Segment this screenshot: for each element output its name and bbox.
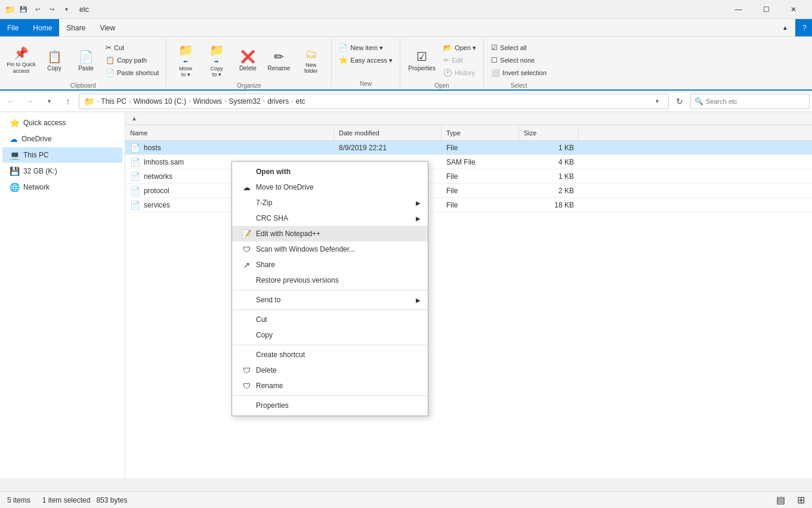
context-menu-item[interactable]: Open with: [232, 164, 428, 179]
move-to-btn[interactable]: 📁 ⬅ Moveto ▾: [171, 42, 200, 79]
cut-btn[interactable]: ✂ Cut: [103, 42, 161, 54]
easy-access-btn[interactable]: ⭐ Easy access ▾: [336, 54, 395, 66]
network-label: Network: [23, 183, 50, 191]
context-menu-item[interactable]: 7-Zip▶: [232, 195, 428, 210]
sidebar-item-onedrive[interactable]: ☁ OneDrive: [2, 131, 122, 147]
file-row[interactable]: 📄 services File 18 KB: [125, 198, 812, 212]
view-large-icon[interactable]: ⊞: [797, 494, 805, 506]
ctx-item-icon: [242, 330, 251, 340]
tab-file[interactable]: File: [0, 19, 26, 36]
context-menu-item[interactable]: Create shortcut: [232, 347, 428, 363]
col-header-size[interactable]: Size: [519, 125, 579, 140]
invert-selection-btn[interactable]: ⬜ Invert selection: [489, 67, 549, 79]
copy-path-btn[interactable]: 📋 Copy path: [103, 54, 161, 66]
tab-view[interactable]: View: [92, 19, 122, 36]
history-label: History: [455, 69, 475, 76]
path-etc[interactable]: etc: [296, 97, 305, 106]
undo-btn[interactable]: ↩: [32, 4, 44, 16]
close-btn[interactable]: ✕: [780, 0, 807, 19]
context-menu-item[interactable]: 🛡Rename: [232, 378, 428, 394]
path-drivers[interactable]: drivers: [267, 97, 289, 106]
context-menu-item[interactable]: Cut: [232, 312, 428, 327]
file-row[interactable]: 📄 networks File 1 KB: [125, 169, 812, 184]
col-sort-up-btn[interactable]: ▲: [128, 112, 141, 125]
col-header-name[interactable]: Name: [125, 125, 334, 140]
file-row[interactable]: 📄 hosts 8/9/2019 22:21 File 1 KB: [125, 141, 812, 155]
file-list-area: ▲ Name Date modified Type Size 📄 hosts 8…: [125, 112, 812, 478]
context-menu-item[interactable]: 📝Edit with Notepad++: [232, 226, 428, 241]
delete-btn[interactable]: ❌ Delete: [233, 42, 262, 79]
maximize-btn[interactable]: ☐: [752, 0, 780, 19]
ctx-item-label: Create shortcut: [256, 351, 305, 359]
select-all-btn[interactable]: ☑ Select all: [489, 42, 549, 54]
open-btn[interactable]: 📂 Open ▾: [441, 42, 478, 54]
ctx-item-icon: 🛡: [242, 365, 251, 375]
copy-to-label: Copyto ▾: [211, 66, 223, 78]
recent-locations-btn[interactable]: ▾: [41, 93, 57, 110]
back-btn[interactable]: ←: [2, 93, 19, 110]
address-dropdown-btn[interactable]: ▾: [650, 95, 663, 108]
pin-to-quick-access-btn[interactable]: 📌 Pin to Quick access: [5, 42, 38, 79]
status-bar: 5 items 1 item selected 853 bytes ▤ ⊞: [0, 491, 812, 508]
context-menu-item[interactable]: CRC SHA▶: [232, 210, 428, 226]
up-btn[interactable]: ↑: [60, 93, 76, 110]
select-none-label: Select none: [500, 57, 535, 64]
paste-shortcut-btn[interactable]: 📄 Paste shortcut: [103, 67, 161, 79]
copy-to-btn[interactable]: 📁 ➡ Copyto ▾: [202, 42, 231, 79]
path-c-drive[interactable]: Windows 10 (C:): [133, 97, 186, 106]
address-path[interactable]: 📁 › This PC › Windows 10 (C:) › Windows …: [79, 94, 669, 109]
open-icon: 📂: [443, 44, 452, 52]
search-input[interactable]: [706, 98, 805, 105]
context-menu-item[interactable]: Copy: [232, 327, 428, 343]
collapse-ribbon-btn[interactable]: ▲: [775, 19, 795, 36]
context-menu-item[interactable]: 🛡Delete: [232, 363, 428, 378]
context-menu-item[interactable]: Send to▶: [232, 292, 428, 308]
path-windows[interactable]: Windows: [193, 97, 222, 106]
select-small-btns: ☑ Select all ☐ Select none ⬜ Invert sele…: [489, 42, 549, 79]
help-btn[interactable]: ?: [795, 19, 812, 36]
refresh-btn[interactable]: ↻: [671, 93, 688, 110]
ctx-item-icon: [242, 315, 251, 324]
qa-dropdown-btn[interactable]: ▾: [60, 4, 72, 16]
redo-btn[interactable]: ↪: [46, 4, 58, 16]
sidebar-item-32gb[interactable]: 💾 32 GB (K:): [2, 163, 122, 179]
select-none-btn[interactable]: ☐ Select none: [489, 54, 549, 66]
file-row[interactable]: 📄 lmhosts.sam SAM File 4 KB: [125, 155, 812, 169]
sidebar-item-quick-access[interactable]: ⭐ Quick access: [2, 115, 122, 131]
context-menu-item[interactable]: ↗Share: [232, 257, 428, 272]
ctx-item-label: Send to: [256, 296, 280, 304]
tab-share[interactable]: Share: [59, 19, 92, 36]
history-btn[interactable]: 🕐 History: [441, 67, 478, 79]
context-menu-item[interactable]: ☁Move to OneDrive: [232, 179, 428, 195]
context-menu-item[interactable]: Properties: [232, 398, 428, 413]
path-this-pc[interactable]: This PC: [101, 97, 126, 106]
new-item-btn[interactable]: 📄 New item ▾: [336, 42, 395, 54]
paste-icon: 📄: [79, 49, 94, 64]
cut-icon: ✂: [106, 44, 112, 52]
ctx-item-icon: 🛡: [242, 244, 251, 254]
view-details-icon[interactable]: ▤: [776, 494, 785, 506]
context-menu-item[interactable]: Restore previous versions: [232, 272, 428, 288]
col-header-type[interactable]: Type: [441, 125, 519, 140]
col-header-date[interactable]: Date modified: [334, 125, 441, 140]
minimize-btn[interactable]: —: [725, 0, 752, 19]
ctx-item-label: Share: [256, 261, 275, 269]
path-system32[interactable]: System32: [229, 97, 260, 106]
rename-btn[interactable]: ✏ Rename: [264, 42, 293, 79]
new-folder-btn[interactable]: 🗂 Newfolder: [295, 42, 326, 79]
file-row[interactable]: 📄 protocol File 2 KB: [125, 184, 812, 198]
tab-home[interactable]: Home: [26, 19, 59, 36]
sidebar-item-network[interactable]: 🌐 Network: [2, 179, 122, 195]
context-menu-item[interactable]: 🛡Scan with Windows Defender...: [232, 241, 428, 257]
ribbon-group-select: ☑ Select all ☐ Select none ⬜ Invert sele…: [484, 39, 554, 87]
pin-icon: 📁: [5, 5, 15, 14]
forward-btn[interactable]: →: [21, 93, 38, 110]
properties-btn[interactable]: ☑ Properties: [405, 42, 439, 79]
paste-large-btn[interactable]: 📄 Paste: [71, 42, 101, 79]
file-rows: 📄 hosts 8/9/2019 22:21 File 1 KB 📄 lmhos…: [125, 141, 812, 212]
copy-large-btn[interactable]: 📋 Copy: [40, 42, 69, 79]
select-content: ☑ Select all ☐ Select none ⬜ Invert sele…: [489, 39, 549, 81]
quick-save-btn[interactable]: 💾: [17, 4, 29, 16]
edit-btn[interactable]: ✏ Edit: [441, 54, 478, 66]
sidebar-item-this-pc[interactable]: 💻 This PC: [2, 147, 122, 163]
